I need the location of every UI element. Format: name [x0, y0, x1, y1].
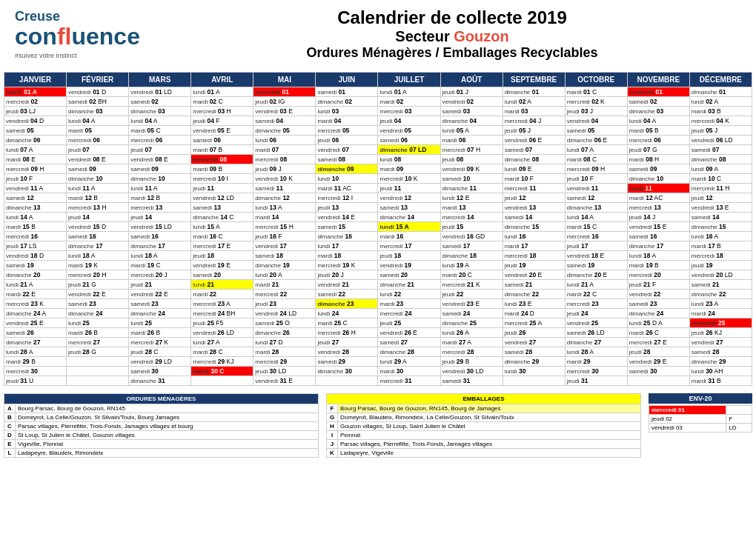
jul-15: lundi 15 A [378, 222, 440, 232]
jul-04: jeudi 04 [378, 116, 440, 126]
feb-08: vendredi 08 E [67, 155, 129, 164]
legend-om-title: ORDURES MÉNAGÈRES [4, 394, 319, 404]
legend-om-code-e: E [4, 440, 16, 449]
feb-30 [67, 367, 129, 376]
legend-om-table: ORDURES MÉNAGÈRES A Bourg Parsac, Bourg … [4, 393, 319, 458]
mar-27: mercredi 27 K [129, 338, 191, 347]
table-row: mardi 01 A vendredi 01 D vendredi 01 LD … [4, 87, 752, 97]
apr-20: samedi 20 [191, 270, 253, 280]
calendar-title: Calendrier de collecte 2019 [163, 7, 741, 28]
mar-07: jeudi 07 [129, 145, 191, 155]
mar-30: samedi 30 [129, 367, 191, 376]
table-row: samedi 26 mardi 26 B mardi 26 B vendredi… [4, 328, 752, 338]
feb-16: samedi 16 [67, 232, 129, 241]
oct-11: vendredi 11 [565, 184, 627, 193]
nov-10: dimanche 10 [627, 174, 689, 184]
mar-16: samedi 16 [129, 232, 191, 241]
footer-day-2: jeudi 02 [649, 415, 726, 424]
nov-31 [627, 376, 689, 386]
mar-22: vendredi 22 E [129, 290, 191, 299]
mar-15: vendredi 15 LD [129, 222, 191, 232]
apr-02: mardi 02 C [191, 97, 253, 107]
feb-18: lundi 18 A [67, 251, 129, 261]
sep-18: mercredi 18 [503, 251, 565, 261]
calendar-wrapper: JANVIER FÉVRIER MARS AVRIL MAI JUIN JUIL… [0, 68, 756, 390]
feb-21: jeudi 21 G [67, 280, 129, 290]
aug-15: jeudi 15 [440, 222, 503, 232]
sep-05: jeudi 05 J [503, 126, 565, 136]
jan-24: dimanche 24 A [4, 309, 67, 318]
aug-11: dimanche 11 [440, 184, 503, 193]
feb-03: dimanche 03 [67, 107, 129, 116]
table-row: mercredi 02 samedi 02 BH samedi 02 mardi… [4, 97, 752, 107]
apr-01: lundi 01 A [191, 87, 253, 97]
apr-08: mercredi 08 [191, 155, 253, 164]
footer-row: jeudi 02 F [649, 415, 752, 424]
jan-22: mardi 22 E [4, 290, 67, 299]
oct-30: mercredi 30 [565, 367, 627, 376]
legend-em-text-f: Bourg Parsac, Bourg de Gouzon, RN145, Bo… [338, 404, 641, 413]
dec-07: samedi 07 [689, 145, 752, 155]
aug-29: jeudi 29 B [440, 357, 503, 367]
dec-17: mardi 17 B [689, 241, 752, 251]
dec-22: dimanche 22 [689, 290, 752, 299]
may-19: dimanche 19 [253, 261, 316, 270]
may-31: vendredi 31 E [253, 376, 316, 386]
aug-26: lundi 26 A [440, 328, 503, 338]
dec-30: lundi 30 AH [689, 367, 752, 376]
legend-em-row: I Pionnat [327, 431, 641, 440]
mar-19: mardi 19 C [129, 261, 191, 270]
logo-creuse: Creuse [15, 10, 163, 23]
jul-17: mercredi 17 [378, 241, 440, 251]
jul-29: lundi 29 A [378, 357, 440, 367]
may-20: lundi 20 A [253, 270, 316, 280]
mar-04: lundi 04 A [129, 116, 191, 126]
footer-box: ENV-20 mercredi 01 jeudi 02 F vendredi 0… [649, 393, 752, 458]
legend-em-text-j: Parsac villages, Pierrefitte, Trois-Fond… [338, 440, 641, 449]
nov-28: jeudi 28 [627, 347, 689, 357]
aug-04: dimanche 04 [440, 116, 503, 126]
mar-24: dimanche 24 [129, 309, 191, 318]
sep-06: vendredi 06 E [503, 136, 565, 145]
apr-17: mercredi 17 E [191, 241, 253, 251]
aug-06: mardi 06 [440, 136, 503, 145]
legend-ordures: ORDURES MÉNAGÈRES A Bourg Parsac, Bourg … [4, 393, 319, 458]
calendar-body: mardi 01 A vendredi 01 D vendredi 01 LD … [4, 87, 752, 386]
jun-05: mercredi 05 [316, 126, 378, 136]
legend-em-row: G Domeyrot, Blaudeix, Rimondeix, La Cell… [327, 413, 641, 422]
legend-om-text-d: St Loup, St Julien le Châtel, Gouzon vil… [16, 431, 319, 440]
jan-25: vendredi 25 E [4, 318, 67, 328]
jun-04: mardi 04 [316, 116, 378, 126]
feb-14: jeudi 14 [67, 213, 129, 222]
legend-om-row: C Parsac villages, Pierrefitte, Trois-Fo… [4, 422, 319, 431]
table-row: dimanche 24 A dimanche 24 dimanche 24 me… [4, 309, 752, 318]
jul-19: vendredi 19 [378, 261, 440, 270]
table-row: dimanche 13 mercredi 13 H mercredi 13 sa… [4, 203, 752, 213]
legend-om-code-c: C [4, 422, 16, 431]
feb-22: vendredi 22 E [67, 290, 129, 299]
legend-em-text-h: Gouzon villages, St Loup, Saint Julien l… [338, 422, 641, 431]
jun-10: lundi 10 [316, 174, 378, 184]
secteur-title: Secteur Gouzon [163, 28, 741, 45]
jan-06: dimanche 06 [4, 136, 67, 145]
oct-15: mardi 15 C [565, 222, 627, 232]
may-04: samedi 04 [253, 116, 316, 126]
nov-01: vendredi 01 [627, 87, 689, 97]
table-row: vendredi 11 A lundi 11 A lundi 11 A jeud… [4, 184, 752, 193]
jul-25: jeudi 25 [378, 318, 440, 328]
nov-02: samedi 02 [627, 97, 689, 107]
feb-27: mercredi 27 [67, 338, 129, 347]
apr-31 [191, 376, 253, 386]
nov-08: mardi 08 H [627, 155, 689, 164]
logo: Creuse confluence #suivez votre instinct [15, 10, 163, 59]
sep-14: samedi 14 [503, 213, 565, 222]
jan-11: vendredi 11 A [4, 184, 67, 193]
dec-31: mardi 31 B [689, 376, 752, 386]
oct-29: mardi 29 [565, 357, 627, 367]
dec-12: jeudi 12 [689, 193, 752, 203]
header-mai: MAI [253, 73, 316, 87]
table-row: mardi 08 E vendredi 08 E vendredi 08 E m… [4, 155, 752, 164]
nov-05: mardi 05 B [627, 126, 689, 136]
legend-om-code-l: L [4, 449, 16, 458]
dec-26: jeudi 26 KJ [689, 328, 752, 338]
